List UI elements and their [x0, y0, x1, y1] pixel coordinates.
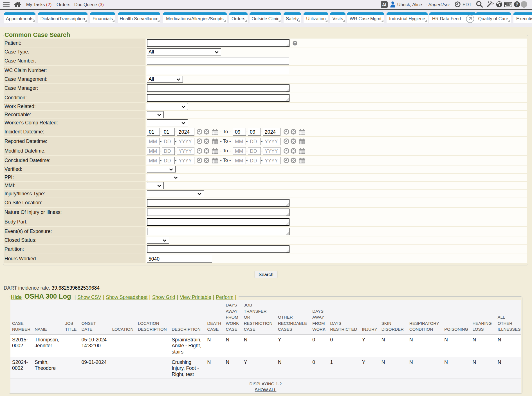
svg-text:?: ?: [294, 41, 296, 45]
svg-text:?: ?: [515, 2, 518, 7]
